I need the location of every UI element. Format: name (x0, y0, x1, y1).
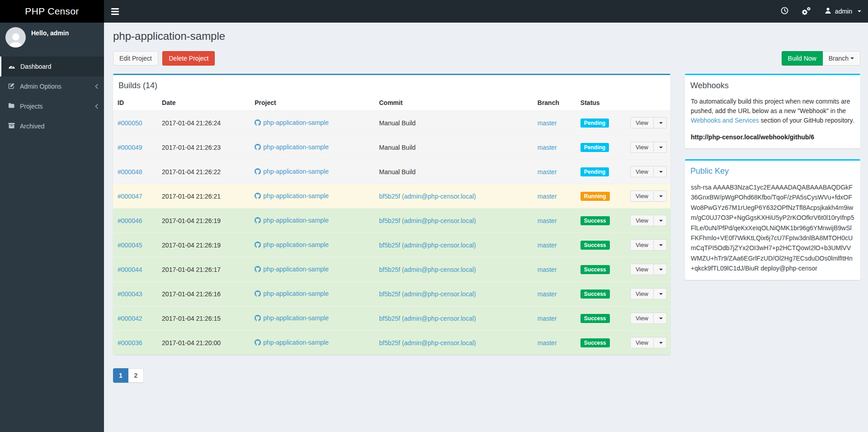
webhooks-help-text: To automatically build this project when… (691, 97, 854, 125)
build-id-link[interactable]: #000049 (118, 144, 142, 151)
caret-down-icon (659, 342, 663, 344)
commit-text[interactable]: bf5b25f (admin@php-censor.local) (379, 193, 476, 200)
project-link[interactable]: php-application-sample (255, 192, 329, 199)
avatar (5, 27, 26, 47)
view-button[interactable]: View (630, 264, 654, 275)
project-link[interactable]: php-application-sample (255, 314, 329, 322)
project-link[interactable]: php-application-sample (255, 290, 329, 297)
build-now-button[interactable]: Build Now (782, 51, 823, 66)
build-id-link[interactable]: #000047 (118, 193, 142, 200)
branch-link[interactable]: master (538, 144, 557, 151)
build-queue-button[interactable] (774, 0, 795, 23)
view-dropdown-button[interactable] (654, 337, 667, 348)
webhooks-and-services-link[interactable]: Webhooks and Services (691, 117, 759, 124)
github-icon (255, 168, 261, 175)
build-id-link[interactable]: #000045 (118, 242, 142, 249)
view-button[interactable]: View (630, 288, 654, 299)
pagination-page-1[interactable]: 1 (113, 368, 128, 383)
view-button-group: View (630, 166, 667, 177)
view-button[interactable]: View (630, 190, 654, 202)
user-panel: Hello, admin (0, 23, 104, 52)
build-id-link[interactable]: #000050 (118, 119, 142, 127)
view-button-group: View (630, 142, 667, 153)
settings-button[interactable] (795, 0, 818, 23)
caret-down-icon (659, 244, 663, 246)
sidebar-toggle-button[interactable] (104, 0, 126, 23)
view-button[interactable]: View (630, 215, 654, 226)
pagination-page-2[interactable]: 2 (128, 368, 144, 383)
column-header-project: Project (251, 95, 375, 111)
delete-project-button[interactable]: Delete Project (162, 51, 215, 66)
build-date: 2017-01-04 21:26:19 (158, 233, 251, 257)
project-link[interactable]: php-application-sample (255, 241, 329, 248)
builds-panel-title: Builds (14) (113, 75, 670, 95)
branch-link[interactable]: master (538, 339, 557, 347)
view-button[interactable]: View (630, 313, 654, 324)
view-dropdown-button[interactable] (654, 239, 667, 251)
branch-link[interactable]: master (538, 290, 557, 298)
branch-link[interactable]: master (538, 315, 557, 322)
view-dropdown-button[interactable] (654, 215, 667, 226)
build-date: 2017-01-04 21:26:19 (158, 209, 251, 233)
view-button-group: View (630, 288, 667, 299)
sidebar-item-archived[interactable]: Archived (0, 116, 104, 136)
edit-project-button[interactable]: Edit Project (113, 51, 158, 66)
sidebar-nav: Dashboard Admin Options Projects (0, 57, 104, 136)
view-button[interactable]: View (630, 142, 654, 153)
view-button[interactable]: View (630, 117, 654, 128)
column-header-actions (627, 95, 670, 111)
webhook-url: http://php-censor.local/webhook/github/6 (691, 133, 854, 142)
branch-link[interactable]: master (538, 168, 557, 176)
view-dropdown-button[interactable] (654, 313, 667, 324)
table-row: #000043 2017-01-04 21:26:16 php-applicat… (113, 282, 670, 306)
build-id-link[interactable]: #000042 (118, 315, 142, 322)
view-dropdown-button[interactable] (654, 190, 667, 202)
build-id-link[interactable]: #000046 (118, 217, 142, 224)
project-link[interactable]: php-application-sample (255, 266, 329, 273)
user-menu-button[interactable]: admin (818, 0, 868, 23)
public-key-value: ssh-rsa AAAAB3NzaC1yc2EAAAADAQABAAABAQDG… (685, 180, 860, 280)
branch-link[interactable]: master (538, 217, 557, 224)
caret-down-icon (659, 147, 663, 148)
project-link[interactable]: php-application-sample (255, 217, 329, 224)
view-dropdown-button[interactable] (654, 288, 667, 299)
build-id-link[interactable]: #000036 (118, 339, 142, 347)
branch-link[interactable]: master (538, 266, 557, 273)
project-link[interactable]: php-application-sample (255, 168, 329, 175)
commit-text[interactable]: bf5b25f (admin@php-censor.local) (379, 242, 476, 249)
build-id-link[interactable]: #000043 (118, 290, 142, 298)
builds-table: ID Date Project Commit Branch Status #00… (113, 95, 670, 355)
brand-logo[interactable]: PHP Censor (0, 0, 104, 23)
commit-text[interactable]: bf5b25f (admin@php-censor.local) (379, 266, 476, 273)
project-link[interactable]: php-application-sample (255, 339, 329, 346)
view-button[interactable]: View (630, 166, 654, 177)
sidebar-item-projects[interactable]: Projects (0, 96, 104, 116)
view-dropdown-button[interactable] (654, 142, 667, 153)
column-header-branch: Branch (534, 95, 577, 111)
commit-text[interactable]: bf5b25f (admin@php-censor.local) (379, 217, 476, 224)
project-link[interactable]: php-application-sample (255, 143, 329, 151)
view-dropdown-button[interactable] (654, 264, 667, 275)
build-buttons: Build Now Branch (782, 51, 860, 66)
build-id-link[interactable]: #000048 (118, 168, 142, 176)
view-button[interactable]: View (630, 337, 654, 348)
sidebar-item-admin-options[interactable]: Admin Options (0, 76, 104, 96)
branch-link[interactable]: master (538, 119, 557, 127)
branch-link[interactable]: master (538, 193, 557, 200)
commit-text[interactable]: bf5b25f (admin@php-censor.local) (379, 315, 476, 322)
table-row: #000049 2017-01-04 21:26:23 php-applicat… (113, 135, 670, 160)
project-link[interactable]: php-application-sample (255, 119, 329, 126)
commit-text[interactable]: bf5b25f (admin@php-censor.local) (379, 290, 476, 298)
branch-link[interactable]: master (538, 242, 557, 249)
view-dropdown-button[interactable] (654, 117, 667, 128)
build-id-link[interactable]: #000044 (118, 266, 142, 273)
view-dropdown-button[interactable] (654, 166, 667, 177)
github-icon (255, 290, 261, 297)
commit-text[interactable]: bf5b25f (admin@php-censor.local) (379, 339, 476, 347)
public-key-panel-title: Public Key (685, 161, 860, 180)
view-button[interactable]: View (630, 239, 654, 251)
sidebar-item-dashboard[interactable]: Dashboard (0, 57, 104, 76)
github-icon (255, 266, 261, 272)
column-header-status: Status (577, 95, 627, 111)
branch-dropdown-button[interactable]: Branch (823, 51, 860, 66)
